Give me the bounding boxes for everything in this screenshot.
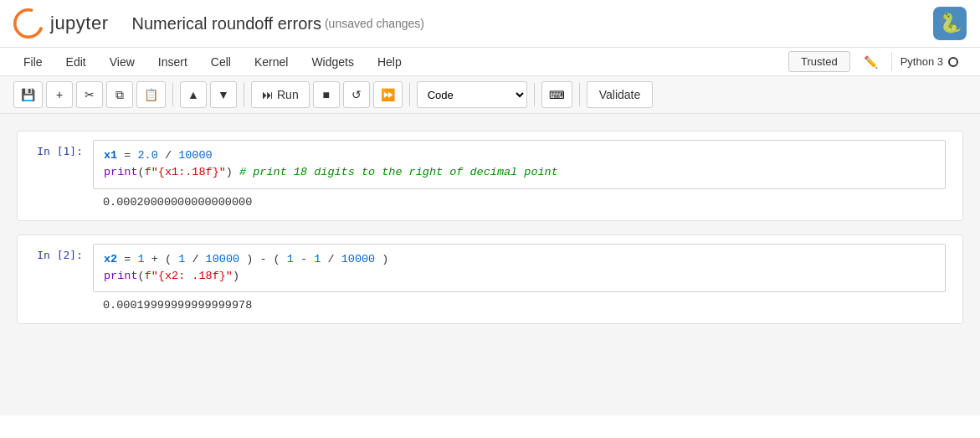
restart-button[interactable]: ↺ <box>343 81 370 108</box>
save-button[interactable]: 💾 <box>13 81 43 108</box>
app-name: jupyter <box>50 13 109 34</box>
separator-3 <box>409 83 410 106</box>
cell-2: In [2]: x2 = 1 + ( 1 / 10000 ) - ( 1 - 1… <box>17 234 963 325</box>
cell-1-line-1: x1 = 2.0 / 10000 <box>104 147 935 164</box>
menu-edit[interactable]: Edit <box>56 52 96 72</box>
keyboard-shortcuts-button[interactable]: ⌨ <box>541 81 572 108</box>
python-version-label: Python 3 <box>900 55 943 68</box>
move-down-button[interactable]: ▼ <box>210 81 237 108</box>
move-up-button[interactable]: ▲ <box>180 81 207 108</box>
cell-2-line-2: print(f"{x2: .18f}") <box>104 268 935 285</box>
toolbar: 💾 + ✂ ⧉ 📋 ▲ ▼ ⏭ Run ■ ↺ ⏩ Code Markdown … <box>0 76 980 114</box>
cut-button[interactable]: ✂ <box>76 81 103 108</box>
svg-text:🐍: 🐍 <box>939 12 962 34</box>
menu-kernel[interactable]: Kernel <box>244 52 298 72</box>
cell-1-line-2: print(f"{x1:.18f}") # print 18 digits to… <box>104 164 935 181</box>
code-var-x1: x1 <box>104 149 117 162</box>
notebook-title[interactable]: Numerical roundoff errors <box>132 14 321 33</box>
run-button[interactable]: ⏭ Run <box>251 81 310 108</box>
menu-file[interactable]: File <box>13 52 53 72</box>
cell-2-input[interactable]: x2 = 1 + ( 1 / 10000 ) - ( 1 - 1 / 10000… <box>93 244 946 293</box>
python-logo-icon: 🐍 <box>933 7 967 40</box>
separator-5 <box>579 83 580 106</box>
jupyter-logo-icon <box>13 8 44 39</box>
menu-insert[interactable]: Insert <box>148 52 198 72</box>
menu-view[interactable]: View <box>100 52 145 72</box>
svg-point-0 <box>15 10 42 37</box>
paste-button[interactable]: 📋 <box>136 81 166 108</box>
run-icon: ⏭ <box>262 88 274 101</box>
cell-type-select[interactable]: Code Markdown Raw NBConvert Heading <box>417 81 527 108</box>
menu-widgets[interactable]: Widgets <box>301 52 364 72</box>
cell-1-input-row: In [1]: x1 = 2.0 / 10000 print(f"{x1:.18… <box>18 140 962 189</box>
kernel-status-circle <box>948 57 958 67</box>
unsaved-indicator: (unsaved changes) <box>325 17 424 30</box>
add-cell-button[interactable]: + <box>46 81 73 108</box>
cell-1-input[interactable]: x1 = 2.0 / 10000 print(f"{x1:.18f}") # p… <box>93 140 946 189</box>
copy-button[interactable]: ⧉ <box>106 81 133 108</box>
stop-button[interactable]: ■ <box>313 81 340 108</box>
run-label: Run <box>277 88 299 101</box>
separator-1 <box>172 83 173 106</box>
cell-2-input-row: In [2]: x2 = 1 + ( 1 / 10000 ) - ( 1 - 1… <box>18 244 962 293</box>
cell-2-label: In [2]: <box>18 244 93 261</box>
cell-2-line-1: x2 = 1 + ( 1 / 10000 ) - ( 1 - 1 / 10000… <box>104 251 935 268</box>
cell-1-output: 0.00020000000000000000 <box>93 189 962 212</box>
cell-1-label: In [1]: <box>18 140 93 157</box>
cell-1: In [1]: x1 = 2.0 / 10000 print(f"{x1:.18… <box>17 131 963 221</box>
menu-cell[interactable]: Cell <box>201 52 241 72</box>
notebook-area: In [1]: x1 = 2.0 / 10000 print(f"{x1:.18… <box>0 114 980 415</box>
edit-pencil-button[interactable]: ✏️ <box>857 52 885 72</box>
separator-2 <box>244 83 244 106</box>
header: jupyter Numerical roundoff errors (unsav… <box>0 0 980 48</box>
separator-4 <box>534 83 535 106</box>
menubar: File Edit View Insert Cell Kernel Widget… <box>0 48 980 76</box>
cell-2-output: 0.00019999999999999978 <box>93 292 962 315</box>
validate-button[interactable]: Validate <box>587 81 654 108</box>
kernel-indicator: Python 3 <box>891 52 967 71</box>
menu-help[interactable]: Help <box>367 52 412 72</box>
fast-forward-button[interactable]: ⏩ <box>373 81 403 108</box>
trusted-button[interactable]: Trusted <box>788 51 850 72</box>
logo-area: jupyter <box>13 8 109 39</box>
